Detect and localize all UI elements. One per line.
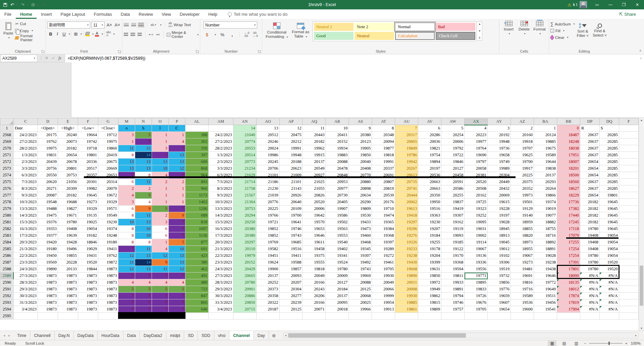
cell[interactable]: 19722 bbox=[441, 152, 465, 159]
cell[interactable]: 17245 bbox=[557, 219, 580, 226]
cell[interactable]: 480 bbox=[185, 279, 208, 286]
cell[interactable]: 1402 bbox=[185, 199, 208, 206]
cell[interactable]: 19276 bbox=[395, 232, 418, 239]
cell[interactable]: 19273 bbox=[511, 259, 534, 266]
cell[interactable]: 19873 bbox=[58, 299, 78, 306]
cell[interactable]: 19658 bbox=[488, 152, 511, 159]
cell[interactable]: 20508 bbox=[465, 185, 488, 192]
cell[interactable]: 20125 bbox=[349, 286, 372, 293]
cell[interactable]: 19607 bbox=[488, 299, 511, 306]
cell[interactable] bbox=[279, 313, 303, 320]
cell[interactable]: 19649 bbox=[534, 286, 557, 293]
cell[interactable]: 19418 bbox=[395, 212, 418, 219]
cell[interactable]: 19846 bbox=[441, 159, 465, 165]
column-header-AO[interactable]: AO bbox=[256, 118, 279, 125]
cell[interactable]: 20182 bbox=[58, 192, 78, 199]
cell[interactable]: 19135 bbox=[78, 212, 98, 219]
header-cell[interactable]: 7 bbox=[395, 125, 418, 132]
cell[interactable]: 19818 bbox=[372, 152, 395, 159]
cell[interactable]: 19766 bbox=[256, 212, 279, 219]
cell[interactable]: 20623 bbox=[279, 165, 303, 172]
cell[interactable]: 18716 bbox=[534, 232, 557, 239]
cell[interactable]: 19818 bbox=[303, 266, 326, 273]
cell[interactable]: 20124 bbox=[534, 132, 557, 138]
cell[interactable]: 17/3/2023 bbox=[208, 232, 233, 239]
cell[interactable]: 19548 bbox=[38, 199, 58, 206]
cell[interactable]: 19645 bbox=[599, 199, 619, 206]
cell[interactable] bbox=[303, 313, 326, 320]
cell[interactable]: 19850 bbox=[349, 152, 372, 159]
column-header-AX[interactable]: AX bbox=[465, 118, 488, 125]
cell[interactable]: 20654 bbox=[580, 192, 599, 199]
cell[interactable]: 20175 bbox=[38, 132, 58, 138]
cell[interactable]: 20095 bbox=[326, 299, 349, 306]
cell[interactable]: 19450 bbox=[38, 252, 58, 259]
cell[interactable]: 19873 bbox=[38, 299, 58, 306]
cell[interactable]: 21304 bbox=[233, 199, 256, 206]
cell[interactable]: 19002 bbox=[465, 232, 488, 239]
cell[interactable]: 20176 bbox=[372, 199, 395, 206]
cell[interactable]: 19672 bbox=[98, 192, 118, 199]
phonetic-guide-icon[interactable]: abcA bbox=[105, 31, 112, 37]
cell[interactable]: 18560 bbox=[557, 179, 580, 185]
cell[interactable]: 19873 bbox=[58, 306, 78, 313]
cell[interactable]: 19873 bbox=[98, 266, 118, 273]
cell[interactable]: 7 bbox=[168, 219, 185, 226]
cell[interactable]: 19102 bbox=[488, 252, 511, 259]
cell[interactable]: 19600 bbox=[511, 306, 534, 313]
cell[interactable]: 19252 bbox=[465, 212, 488, 219]
cell[interactable]: 20411 bbox=[326, 132, 349, 138]
cell[interactable]: 20018 bbox=[326, 306, 349, 313]
cell[interactable]: 20073 bbox=[58, 138, 78, 145]
cell[interactable]: 20654 bbox=[58, 152, 78, 159]
row-header[interactable]: 2584 bbox=[0, 239, 14, 246]
cell[interactable]: 19855 bbox=[58, 252, 78, 259]
cell[interactable]: 3 bbox=[118, 199, 135, 206]
cell[interactable]: 24/2/2023 bbox=[208, 132, 233, 138]
cell[interactable]: 20166 bbox=[303, 279, 326, 286]
column-header-D[interactable]: D bbox=[38, 118, 58, 125]
drawn-black-box[interactable] bbox=[557, 265, 620, 279]
cell[interactable]: 20254 bbox=[441, 132, 465, 138]
cell[interactable]: 19345 bbox=[349, 246, 372, 252]
cell[interactable]: 19811 bbox=[441, 273, 465, 279]
drawn-black-line-long[interactable] bbox=[84, 176, 516, 178]
fill-button[interactable]: ↓Fill▾ bbox=[550, 27, 575, 34]
cell[interactable]: 19716 bbox=[511, 286, 534, 293]
cell[interactable]: 19230 bbox=[98, 219, 118, 226]
cell[interactable]: 20285 bbox=[599, 179, 619, 185]
cell[interactable]: 19433 bbox=[349, 219, 372, 226]
sheet-tab-midpt[interactable]: midpt bbox=[166, 331, 184, 340]
cell[interactable]: 20264 bbox=[534, 185, 557, 192]
cell[interactable]: 20443 bbox=[303, 132, 326, 138]
cell[interactable]: 19991 bbox=[372, 159, 395, 165]
cell[interactable]: 20591 bbox=[441, 179, 465, 185]
cell[interactable]: 19873 bbox=[58, 279, 78, 286]
cell[interactable]: 20071 bbox=[303, 306, 326, 313]
clear-button[interactable]: Clear▾ bbox=[550, 34, 575, 41]
save-icon[interactable] bbox=[3, 3, 7, 7]
sheet-tab-channell[interactable]: Channell bbox=[30, 331, 54, 340]
cell[interactable]: 1 bbox=[152, 239, 168, 246]
cell[interactable]: 22/3/2023 bbox=[13, 252, 38, 259]
cell[interactable]: 19474 bbox=[372, 212, 395, 219]
tell-me-box[interactable]: Tell me what you want to do bbox=[228, 12, 287, 17]
cell[interactable]: 20901 bbox=[233, 286, 256, 293]
row-header[interactable]: 2571 bbox=[0, 152, 14, 159]
cell[interactable]: 7/3/2023 bbox=[13, 179, 38, 185]
cell[interactable]: 3/4/2023 bbox=[208, 306, 233, 313]
cell[interactable]: 19849 bbox=[395, 145, 418, 152]
cell[interactable]: 2 bbox=[168, 179, 185, 185]
cell[interactable]: 20301 bbox=[78, 179, 98, 185]
avatar[interactable] bbox=[580, 1, 587, 8]
cell[interactable]: 19122 bbox=[441, 246, 465, 252]
cell[interactable]: 14 bbox=[135, 152, 152, 159]
cell[interactable]: 20550 bbox=[38, 172, 58, 179]
cell[interactable]: 20088 bbox=[349, 279, 372, 286]
cell[interactable]: 19873 bbox=[38, 273, 58, 279]
cell[interactable]: 5 bbox=[135, 286, 152, 293]
cell[interactable]: 19511 bbox=[534, 293, 557, 299]
cell[interactable]: 20166 bbox=[303, 299, 326, 306]
cut-button[interactable]: ✂Cut bbox=[15, 20, 44, 27]
cell[interactable]: 19611 bbox=[303, 239, 326, 246]
